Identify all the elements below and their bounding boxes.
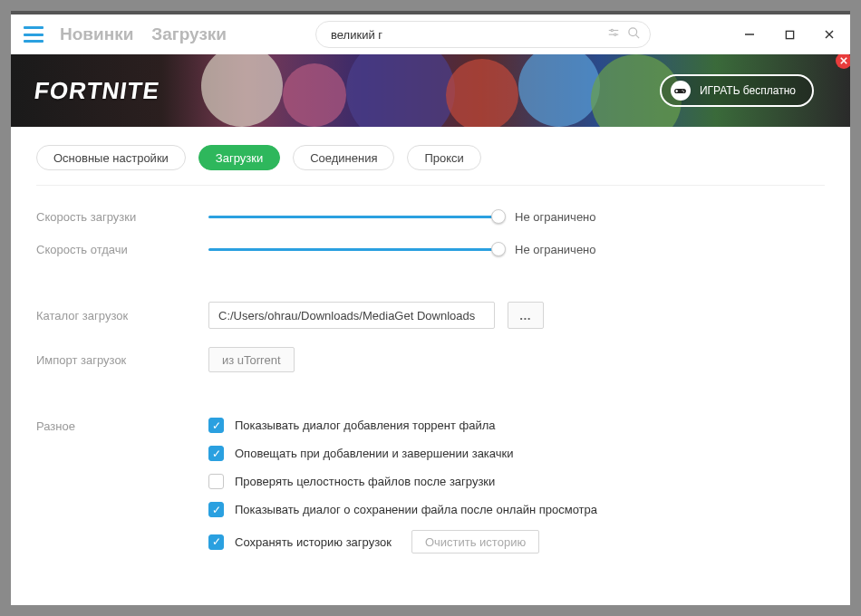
minimize-button[interactable] <box>738 23 761 46</box>
app-window: Новинки Загрузки <box>11 11 850 605</box>
svg-point-14 <box>683 91 684 91</box>
window-controls <box>738 23 841 46</box>
label-misc: Разное <box>36 418 208 433</box>
tab-general[interactable]: Основные настройки <box>36 145 186 170</box>
opt-keep-history: ✓ Сохранять историю загрузок Очистить ис… <box>208 530 825 553</box>
clear-history-button[interactable]: Очистить историю <box>411 530 539 553</box>
nav-downloads[interactable]: Загрузки <box>151 24 227 44</box>
checkbox-label: Проверять целостность файлов после загру… <box>235 475 495 488</box>
banner-close-icon[interactable] <box>836 54 850 69</box>
checkbox-keep-history[interactable]: ✓ <box>208 534 224 550</box>
label-download-speed: Скорость загрузки <box>36 210 208 224</box>
checkbox-save-after-stream[interactable]: ✓ <box>208 502 224 517</box>
label-import: Импорт загрузок <box>36 353 208 367</box>
search-box[interactable] <box>315 21 651 48</box>
search-input[interactable] <box>331 28 607 42</box>
checkbox-show-add-dialog[interactable]: ✓ <box>208 418 224 433</box>
checkbox-label: Оповещать при добавлении и завершении за… <box>235 447 514 460</box>
top-bar: Новинки Загрузки <box>11 14 850 54</box>
checkbox-label: Показывать диалог добавления торрент фай… <box>235 419 496 432</box>
svg-point-3 <box>614 34 616 35</box>
settings-tabbar: Основные настройки Загрузки Соединения П… <box>36 141 825 186</box>
tab-connections[interactable]: Соединения <box>293 145 394 170</box>
opt-verify-integrity: Проверять целостность файлов после загру… <box>208 474 825 489</box>
browse-folder-button[interactable]: … <box>508 302 544 329</box>
play-free-label: ИГРАТЬ бесплатно <box>700 84 796 97</box>
search-filters-icon[interactable] <box>607 27 620 43</box>
banner-logo: FORTNITE <box>33 77 161 105</box>
svg-line-5 <box>635 34 639 38</box>
svg-rect-12 <box>676 90 679 91</box>
opt-show-add-dialog: ✓ Показывать диалог добавления торрент ф… <box>208 418 825 433</box>
svg-point-4 <box>629 28 637 36</box>
opt-notify-complete: ✓ Оповещать при добавлении и завершении … <box>208 446 825 461</box>
misc-options: ✓ Показывать диалог добавления торрент ф… <box>208 418 825 553</box>
checkbox-verify-integrity[interactable] <box>208 474 224 489</box>
label-download-folder: Каталог загрузок <box>36 309 208 322</box>
nav-new[interactable]: Новинки <box>60 24 133 44</box>
download-speed-slider[interactable] <box>208 209 498 224</box>
tab-proxy[interactable]: Прокси <box>407 145 480 170</box>
upload-speed-slider[interactable] <box>208 242 498 256</box>
checkbox-label: Сохранять историю загрузок <box>235 535 392 549</box>
checkbox-notify-complete[interactable]: ✓ <box>208 446 224 461</box>
search-icon[interactable] <box>627 26 641 43</box>
settings-panel: Основные настройки Загрузки Соединения П… <box>11 127 850 553</box>
close-button[interactable] <box>817 23 841 46</box>
upload-speed-value: Не ограничено <box>515 243 596 256</box>
label-upload-speed: Скорость отдачи <box>36 243 208 256</box>
maximize-button[interactable] <box>778 23 801 46</box>
promo-banner: FORTNITE ИГРАТЬ бесплатно <box>11 54 850 127</box>
opt-save-after-stream: ✓ Показывать диалог о сохранении файла п… <box>208 502 825 517</box>
menu-icon[interactable] <box>24 26 44 43</box>
play-free-button[interactable]: ИГРАТЬ бесплатно <box>660 74 814 107</box>
download-speed-value: Не ограничено <box>515 210 596 224</box>
download-folder-input[interactable] <box>208 302 495 329</box>
checkbox-label: Показывать диалог о сохранении файла пос… <box>235 503 597 516</box>
svg-point-13 <box>682 90 683 91</box>
svg-rect-7 <box>786 31 793 38</box>
import-utorrent-button[interactable]: из uTorrent <box>208 347 295 372</box>
tab-downloads[interactable]: Загрузки <box>198 145 280 170</box>
svg-point-1 <box>611 29 613 31</box>
gamepad-icon <box>671 81 691 101</box>
